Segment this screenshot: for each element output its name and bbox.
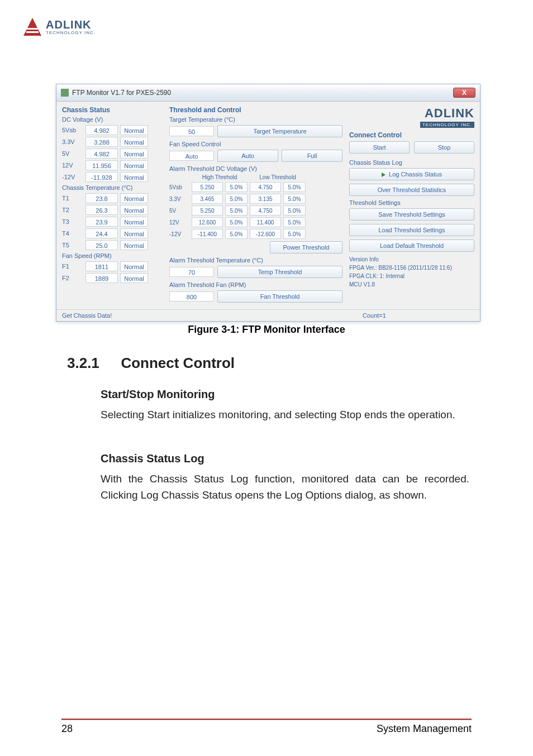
dc-value: 4.982 xyxy=(85,125,118,135)
mcu-version: MCU V1.8 xyxy=(349,280,474,289)
subsection-heading-a: Start/Stop Monitoring xyxy=(101,388,469,401)
dc-state: Normal xyxy=(120,160,148,170)
fan-control-label: Fan Speed Control xyxy=(169,141,342,147)
dc-row: 5V4.982Normal xyxy=(62,149,163,159)
log-chassis-status-button[interactable]: Log Chassis Status xyxy=(349,168,474,180)
alarm-temp-label: Alarm Threshold Temperature (°C) xyxy=(169,257,342,264)
th-high-p[interactable]: 5.0% xyxy=(225,229,248,239)
th-low-p[interactable]: 5.0% xyxy=(283,194,306,204)
fan-value: 1889 xyxy=(85,273,118,283)
temp-value: 25.0 xyxy=(85,240,118,250)
threshold-title: Threshold and Control xyxy=(169,106,342,114)
dc-state: Normal xyxy=(120,149,148,159)
th-low-v[interactable]: 3.135 xyxy=(250,194,281,204)
dc-name: 5Vsb xyxy=(62,127,83,133)
th-low-v[interactable]: 11.400 xyxy=(250,217,281,227)
fan-full-button[interactable]: Full xyxy=(282,150,342,162)
load-default-button[interactable]: Load Default Threshold xyxy=(349,240,474,252)
alarm-temp-input[interactable]: 70 xyxy=(169,267,214,277)
brand-sub: TECHNOLOGY INC. xyxy=(420,122,474,128)
threshold-control-panel: Threshold and Control Target Temperature… xyxy=(169,106,342,306)
fan-mode-value: Auto xyxy=(169,151,214,161)
paragraph-1: Selecting Start initializes monitoring, … xyxy=(101,406,469,423)
page-footer: 28 System Management xyxy=(61,719,472,735)
fan-auto-button[interactable]: Auto xyxy=(217,150,278,162)
th-low-v[interactable]: -12.600 xyxy=(250,229,281,239)
dc-value: 11.956 xyxy=(85,160,118,170)
temp-name: T2 xyxy=(62,207,83,213)
page-logo-sub: TECHNOLOGY INC. xyxy=(46,30,96,35)
alarm-fan-input[interactable]: 800 xyxy=(169,291,214,302)
page-logo-brand: ADLINK xyxy=(46,19,96,30)
dc-row: -12V-11.928Normal xyxy=(62,172,163,182)
dc-value: 4.982 xyxy=(85,149,118,159)
temp-row: T323.9Normal xyxy=(62,217,163,227)
svg-rect-2 xyxy=(26,31,39,33)
th-high-v[interactable]: -11.400 xyxy=(192,229,223,239)
page-logo: ADLINK TECHNOLOGY INC. xyxy=(22,17,96,37)
statusbar-message: Get Chassis Data! xyxy=(62,312,363,319)
target-temp-input[interactable]: 50 xyxy=(169,126,214,136)
temp-value: 26.3 xyxy=(85,205,118,215)
th-row-name: 5Vsb xyxy=(169,184,189,190)
temp-name: T5 xyxy=(62,242,83,248)
play-icon xyxy=(382,173,386,177)
th-low-p[interactable]: 5.0% xyxy=(283,229,306,239)
high-threshold-header: High Threhold xyxy=(192,174,248,180)
temp-value: 24.4 xyxy=(85,228,118,238)
th-row-name: 12V xyxy=(169,219,189,226)
dc-name: -12V xyxy=(62,174,83,180)
temp-row: T123.8Normal xyxy=(62,193,163,203)
th-low-v[interactable]: 4.750 xyxy=(250,205,281,216)
load-threshold-button[interactable]: Load Threshold Settings xyxy=(349,224,474,236)
th-low-p[interactable]: 5.0% xyxy=(283,205,306,216)
low-threshold-header: Low Threshold xyxy=(250,174,306,180)
th-high-v[interactable]: 5.250 xyxy=(192,205,223,216)
th-low-v[interactable]: 4.750 xyxy=(250,182,281,192)
th-high-v[interactable]: 5.250 xyxy=(192,182,223,192)
fan-threshold-button[interactable]: Fan Threshold xyxy=(217,290,342,303)
page-number: 28 xyxy=(61,723,73,735)
app-icon xyxy=(61,89,69,97)
app-window: FTP Monitor V1.7 for PXES-2590 X Chassis… xyxy=(56,84,480,322)
th-low-p[interactable]: 5.0% xyxy=(283,217,306,227)
svg-marker-0 xyxy=(23,18,41,36)
alarm-dc-label: Alarm Threshold DC Voltage (V) xyxy=(169,165,342,172)
th-high-p[interactable]: 5.0% xyxy=(225,205,248,216)
th-row-name: 3.3V xyxy=(169,196,189,202)
fpga-version: FPGA Ver.: BB28-1156 (2011/11/28 11:6) xyxy=(349,264,474,272)
start-button[interactable]: Start xyxy=(349,141,410,154)
svg-rect-3 xyxy=(61,89,69,97)
th-high-p[interactable]: 5.0% xyxy=(225,194,248,204)
dc-row: 5Vsb4.982Normal xyxy=(62,125,163,135)
alarm-fan-label: Alarm Threshold Fan (RPM) xyxy=(169,281,342,288)
connect-control-label: Connect Control xyxy=(349,131,474,139)
statusbar-count: Count=1 xyxy=(363,312,474,319)
over-threshold-button[interactable]: Over Threshold Statistics xyxy=(349,184,474,196)
threshold-table: High Threhold Low Threshold 5Vsb5.2505.0… xyxy=(169,174,342,239)
th-low-p[interactable]: 5.0% xyxy=(283,182,306,192)
dc-row: 12V11.956Normal xyxy=(62,160,163,170)
statusbar: Get Chassis Data! Count=1 xyxy=(56,309,480,321)
close-button[interactable]: X xyxy=(453,88,475,98)
th-high-v[interactable]: 3.465 xyxy=(192,194,223,204)
subsection-heading-b: Chassis Status Log xyxy=(101,452,469,465)
stop-button[interactable]: Stop xyxy=(414,141,474,154)
titlebar: FTP Monitor V1.7 for PXES-2590 X xyxy=(56,84,480,102)
dc-name: 5V xyxy=(62,150,83,157)
brand-logo: ADLINK TECHNOLOGY INC. xyxy=(349,106,474,128)
fpga-clk: FPGA CLK: 1: Internal xyxy=(349,272,474,280)
power-threshold-button[interactable]: Power Threshold xyxy=(270,241,342,253)
th-high-p[interactable]: 5.0% xyxy=(225,182,248,192)
fan-name: F1 xyxy=(62,263,83,270)
target-temp-button[interactable]: Target Temperature xyxy=(217,125,342,137)
temp-threshold-button[interactable]: Temp Threshold xyxy=(217,266,342,278)
fan-speed-label: Fan Speed (RPM) xyxy=(62,252,163,259)
save-threshold-button[interactable]: Save Threshold Settings xyxy=(349,208,474,221)
dc-value: 3.288 xyxy=(85,137,118,147)
th-high-v[interactable]: 12.600 xyxy=(192,217,223,227)
fan-state: Normal xyxy=(120,273,148,283)
svg-rect-1 xyxy=(25,28,40,30)
figure-caption: Figure 3-1: FTP Monitor Interface xyxy=(0,324,533,336)
th-high-p[interactable]: 5.0% xyxy=(225,217,248,227)
